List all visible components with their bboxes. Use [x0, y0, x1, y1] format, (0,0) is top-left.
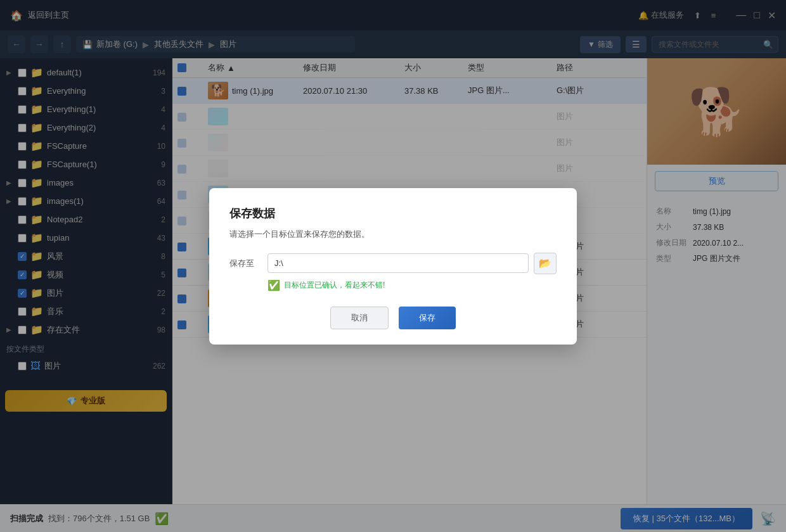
modal-save-button[interactable]: 保存 [399, 307, 456, 329]
save-path-input[interactable] [267, 253, 529, 273]
modal-desc: 请选择一个目标位置来保存您的数据。 [229, 229, 557, 240]
modal-cancel-button[interactable]: 取消 [330, 307, 389, 329]
save-data-modal: 保存数据 请选择一个目标位置来保存您的数据。 保存至 📂 ✅ 目标位置已确认，看… [209, 188, 577, 345]
browse-button[interactable]: 📂 [534, 253, 557, 274]
modal-overlay[interactable]: 保存数据 请选择一个目标位置来保存您的数据。 保存至 📂 ✅ 目标位置已确认，看… [0, 0, 786, 532]
modal-field: 保存至 📂 [229, 253, 557, 274]
modal-buttons: 取消 保存 [229, 307, 557, 329]
folder-browse-icon: 📂 [539, 257, 551, 269]
ok-icon: ✅ [267, 279, 280, 291]
modal-field-label: 保存至 [229, 258, 262, 269]
modal-title: 保存数据 [229, 206, 557, 221]
status-text: 目标位置已确认，看起来不错! [284, 280, 385, 291]
modal-status: ✅ 目标位置已确认，看起来不错! [267, 279, 557, 291]
